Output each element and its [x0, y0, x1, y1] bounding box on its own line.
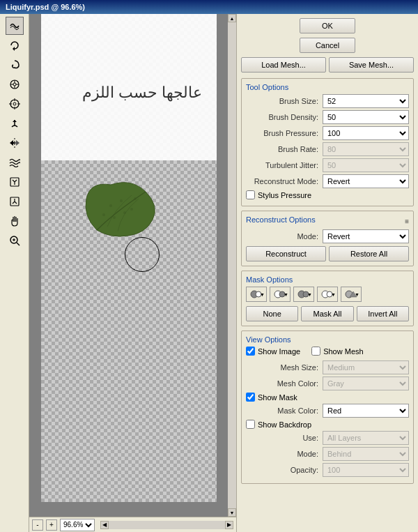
- mask-options-title: Mask Options: [246, 275, 409, 284]
- save-mesh-button[interactable]: Save Mesh...: [329, 57, 414, 73]
- mask-icon-btn-5[interactable]: ▼: [341, 287, 362, 302]
- reconstruct-tool-btn[interactable]: [6, 36, 24, 54]
- pucker-tool-btn[interactable]: [6, 75, 24, 93]
- vertical-scrollbar[interactable]: ▲ ▼: [228, 14, 236, 517]
- brush-pressure-label: Brush Pressure:: [246, 129, 323, 137]
- brush-pressure-row: Brush Pressure: 1000255075: [246, 126, 409, 140]
- freeze-mask-btn[interactable]: [6, 173, 24, 191]
- mirror-tool-btn[interactable]: [6, 134, 24, 152]
- leaf-shape: [76, 174, 160, 237]
- scroll-right-arrow[interactable]: ▶: [225, 521, 233, 529]
- zoom-select[interactable]: 96.6% 25% 50% 100% 200%: [60, 519, 95, 531]
- cancel-row: Cancel: [241, 38, 414, 53]
- zoom-icon: [8, 234, 21, 247]
- show-backdrop-checkbox[interactable]: [246, 420, 255, 429]
- reconstruct-menu-icon[interactable]: ≡: [405, 218, 409, 225]
- twirl-tool-btn[interactable]: [6, 56, 24, 74]
- cancel-button[interactable]: Cancel: [300, 38, 355, 53]
- zoom-tool-btn[interactable]: [6, 231, 24, 250]
- h-scroll-thumb[interactable]: [109, 521, 225, 529]
- mask-icons-row: ▼ ▼ ▼: [246, 287, 409, 302]
- svg-point-27: [134, 197, 137, 200]
- mesh-color-select[interactable]: GrayRedBlueGreen: [323, 377, 409, 390]
- brush-size-row: Brush Size: 52255075100: [246, 94, 409, 108]
- thaw-icon: [8, 195, 21, 208]
- backdrop-mode-select[interactable]: BehindIn Front: [323, 447, 409, 461]
- mesh-size-label: Mesh Size:: [246, 363, 323, 372]
- push-left-tool-btn[interactable]: [6, 114, 24, 132]
- show-image-checkbox[interactable]: [246, 347, 255, 356]
- mask-icon-btn-3[interactable]: ▼: [293, 287, 314, 302]
- invert-all-button[interactable]: Invert All: [357, 306, 409, 321]
- mask-icon-btn-1[interactable]: ▼: [246, 287, 267, 302]
- use-row: Use: All Layers: [246, 431, 409, 445]
- mask-color-select[interactable]: RedGreenBlueYellow: [323, 404, 409, 418]
- svg-point-25: [113, 216, 116, 219]
- svg-point-23: [120, 199, 123, 202]
- view-options-title: View Options: [246, 335, 409, 344]
- mask-all-button[interactable]: Mask All: [301, 306, 353, 321]
- use-select[interactable]: All Layers: [323, 431, 409, 445]
- bloat-icon: [8, 98, 21, 110]
- warp-icon: [8, 20, 21, 32]
- mesh-color-row: Mesh Color: GrayRedBlueGreen: [246, 377, 409, 390]
- none-button[interactable]: None: [246, 306, 298, 321]
- bloat-tool-btn[interactable]: [6, 95, 24, 113]
- opacity-row: Opacity: 100: [246, 463, 409, 477]
- mask-btns-row: None Mask All Invert All: [246, 306, 409, 321]
- reconstruct-mode-form-select[interactable]: RevertRigidStiffSmooth: [323, 229, 409, 243]
- hand-tool-btn[interactable]: [6, 212, 24, 230]
- svg-marker-0: [13, 47, 15, 51]
- show-image-row: Show Image: [246, 347, 300, 356]
- opacity-select[interactable]: 100: [323, 463, 409, 477]
- ok-button[interactable]: OK: [300, 18, 355, 33]
- reconstruct-mode-select[interactable]: RevertRigidStiffSmoothLoose: [323, 174, 409, 188]
- show-mesh-checkbox[interactable]: [311, 347, 320, 356]
- show-backdrop-row: Show Backdrop: [246, 420, 409, 429]
- restore-all-button[interactable]: Restore All: [329, 246, 409, 261]
- stylus-pressure-row: Stylus Pressure: [246, 190, 409, 199]
- zoom-plus-btn[interactable]: +: [46, 519, 57, 531]
- scroll-thumb[interactable]: [228, 22, 236, 508]
- brush-rate-row: Brush Rate: 80: [246, 142, 409, 156]
- show-image-label: Show Image: [258, 347, 300, 356]
- reconstruct-button[interactable]: Reconstruct: [246, 246, 326, 261]
- mesh-size-row: Mesh Size: MediumSmallLarge: [246, 360, 409, 374]
- thaw-mask-btn[interactable]: [6, 192, 24, 211]
- show-mask-row: Show Mask: [246, 393, 409, 402]
- canvas-area[interactable]: عالجها حسب اللزم: [29, 14, 237, 532]
- show-mask-checkbox[interactable]: [246, 393, 255, 402]
- mesh-size-select[interactable]: MediumSmallLarge: [323, 360, 409, 374]
- brush-pressure-select[interactable]: 1000255075: [323, 126, 409, 140]
- warp-tool-btn[interactable]: [6, 17, 24, 35]
- load-mesh-button[interactable]: Load Mesh...: [241, 57, 326, 73]
- reconstruct-mode-form-row: Mode: RevertRigidStiffSmooth: [246, 229, 409, 243]
- turbulent-jitter-row: Turbulent Jitter: 50: [246, 158, 409, 172]
- brush-rate-select[interactable]: 80: [323, 142, 409, 156]
- brush-size-select[interactable]: 52255075100: [323, 94, 409, 108]
- reconstruct-header: Reconstruct Options ≡: [246, 215, 409, 227]
- reconstruct-btns-row: Reconstruct Restore All: [246, 246, 409, 261]
- title-bar: Liquifyr.psd @ 96.6%): [0, 0, 418, 14]
- svg-point-22: [109, 204, 112, 207]
- stylus-pressure-checkbox[interactable]: [246, 190, 255, 199]
- turbulence-tool-btn[interactable]: [6, 153, 24, 172]
- mask-icon-btn-2[interactable]: ▼: [270, 287, 291, 302]
- zoom-minus-btn[interactable]: -: [32, 519, 43, 531]
- tool-options-title: Tool Options: [246, 83, 409, 91]
- turbulent-jitter-select[interactable]: 50: [323, 158, 409, 172]
- push-left-icon: [8, 117, 21, 130]
- scroll-down-arrow[interactable]: ▼: [228, 508, 236, 517]
- svg-point-2: [13, 83, 16, 86]
- scroll-left-arrow[interactable]: ◀: [100, 521, 109, 529]
- canvas-scroll: عالجها حسب اللزم: [29, 14, 228, 524]
- scroll-up-arrow[interactable]: ▲: [228, 14, 236, 22]
- status-bar: - + 96.6% 25% 50% 100% 200% ◀ ▶: [29, 517, 236, 532]
- opacity-label: Opacity:: [246, 466, 323, 474]
- right-panel: OK Cancel Load Mesh... Save Mesh... Tool…: [237, 14, 418, 532]
- mask-icon-btn-4[interactable]: ▼: [317, 287, 338, 302]
- show-mesh-row: Show Mesh: [311, 347, 363, 356]
- brush-density-select[interactable]: 5002575100: [323, 110, 409, 124]
- turbulence-icon: [8, 156, 21, 169]
- reconstruct-options-title: Reconstruct Options: [246, 215, 316, 224]
